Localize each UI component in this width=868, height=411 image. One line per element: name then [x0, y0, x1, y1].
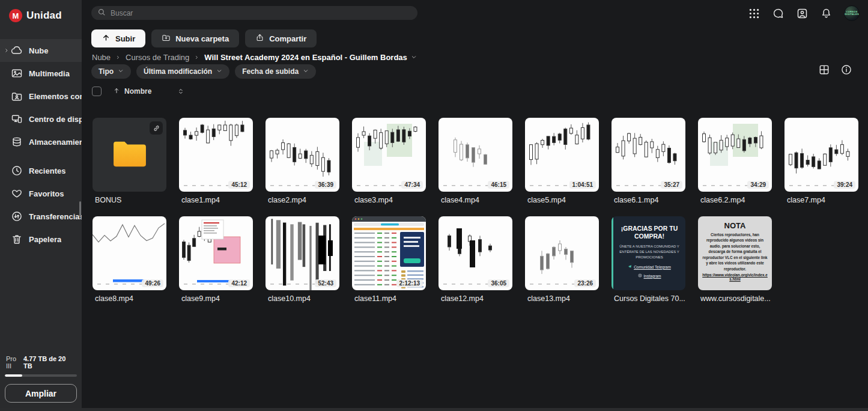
- contacts-icon[interactable]: [796, 7, 809, 20]
- file-card-cursos-digitales-70[interactable]: ¡GRACIAS POR TU COMPRA!ÚNETE A NUESTRA C…: [612, 216, 685, 303]
- file-thumbnail: ¡GRACIAS POR TU COMPRA!ÚNETE A NUESTRA C…: [612, 216, 685, 290]
- duration-badge: 34:29: [747, 181, 769, 189]
- breadcrumb-current[interactable]: Will Street Academy 2024 en Español - Gu…: [204, 53, 417, 62]
- new-folder-button-label: Nueva carpeta: [175, 34, 229, 43]
- file-name: clase3.mp4: [352, 196, 426, 204]
- sort-by-name[interactable]: Nombre: [113, 86, 151, 97]
- file-name: clase6.2.mp4: [698, 196, 772, 204]
- chat-icon[interactable]: [772, 7, 785, 20]
- shared-folder-icon: [11, 90, 23, 102]
- filter-tipo[interactable]: Tipo: [91, 64, 131, 79]
- chevron-right-icon[interactable]: [2, 47, 10, 53]
- storage-widget: Pro III 4.77 TB de 20 TB Ampliar: [0, 355, 82, 403]
- sidebar-item-nube[interactable]: Nube: [0, 39, 82, 62]
- sort-toggle-icon[interactable]: [177, 87, 184, 96]
- folder-icon: [111, 139, 148, 171]
- upload-button[interactable]: Subir: [91, 29, 145, 47]
- avatar[interactable]: CURSOSDIGITALES: [844, 5, 860, 21]
- thanks-thumbnail: ¡GRACIAS POR TU COMPRA!ÚNETE A NUESTRA C…: [612, 216, 685, 290]
- storage-icon: [11, 136, 23, 148]
- file-card-clase5-mp4[interactable]: 1:04:51 clase5.mp4: [525, 118, 599, 204]
- file-card-clase7-mp4[interactable]: 39:24 clase7.mp4: [785, 118, 858, 204]
- filter-bar: TipoÚltima modificaciónFecha de subida: [91, 64, 316, 79]
- file-card-clase4-mp4[interactable]: 46:15 clase4.mp4: [439, 118, 512, 204]
- search-input[interactable]: [111, 9, 411, 17]
- sidebar-item-elementos-compartidos[interactable]: Elementos compartidos: [0, 85, 82, 108]
- chevron-down-icon: [411, 53, 417, 62]
- breadcrumb-item-cursos-de-trading[interactable]: Cursos de Trading: [126, 53, 189, 62]
- sidebar-item-almacenamiento[interactable]: Almacenamiento: [0, 130, 82, 153]
- chevron-down-icon: [216, 67, 222, 76]
- file-name: clase6.1.mp4: [612, 196, 685, 204]
- duration-badge: 47:34: [401, 181, 423, 189]
- file-thumbnail: 36:05: [439, 216, 512, 290]
- file-card-clase13-mp4[interactable]: 23:26 clase13.mp4: [525, 216, 599, 303]
- topbar: CURSOSDIGITALES: [82, 0, 868, 26]
- sidebar-scrollbar[interactable]: [79, 201, 81, 217]
- upgrade-button[interactable]: Ampliar: [5, 384, 77, 403]
- storage-usage: 4.77 TB de 20 TB: [23, 355, 76, 370]
- file-name: clase5.mp4: [525, 196, 599, 204]
- file-thumbnail: 34:29: [698, 118, 772, 192]
- filter-fecha-de-subida[interactable]: Fecha de subida: [235, 64, 316, 79]
- upload-button-label: Subir: [115, 34, 135, 43]
- filter-ltima-modificaci-n[interactable]: Última modificación: [136, 64, 229, 79]
- search-bar[interactable]: [91, 6, 417, 20]
- file-card-www-cursosdigitale[interactable]: NOTACiertos reproductores, han reproduci…: [698, 216, 772, 303]
- trash-icon: [11, 233, 23, 245]
- sidebar-item-favoritos[interactable]: Favoritos: [0, 182, 82, 205]
- file-card-clase8-mp4[interactable]: 49:26 clase8.mp4: [93, 216, 166, 303]
- sidebar-item-papelera[interactable]: Papelera: [0, 228, 82, 251]
- apps-grid-icon[interactable]: [748, 7, 760, 20]
- info-icon[interactable]: [840, 64, 852, 76]
- file-card-clase2-mp4[interactable]: 36:39 clase2.mp4: [266, 118, 339, 204]
- file-card-clase12-mp4[interactable]: 36:05 clase12.mp4: [439, 216, 512, 303]
- grid-view-icon[interactable]: [818, 64, 830, 76]
- breadcrumb: NubeCursos de TradingWill Street Academy…: [92, 53, 417, 62]
- chevron-down-icon: [303, 67, 309, 76]
- file-card-clase6-2-mp4[interactable]: 34:29 clase6.2.mp4: [698, 118, 772, 204]
- file-name: clase11.mp4: [352, 294, 426, 303]
- file-name: clase2.mp4: [266, 196, 339, 204]
- brand-logo[interactable]: M Unidad: [0, 0, 82, 22]
- new-folder-button[interactable]: Nueva carpeta: [151, 29, 239, 47]
- select-all-checkbox[interactable]: [92, 87, 102, 96]
- breadcrumb-current-label: Will Street Academy 2024 en Español - Gu…: [204, 53, 407, 62]
- sidebar-item-transferencias[interactable]: Transferencias: [0, 205, 82, 228]
- file-card-clase3-mp4[interactable]: 47:34 clase3.mp4: [352, 118, 426, 204]
- telegram-icon: [628, 264, 632, 269]
- file-card-clase11-mp4[interactable]: 2:12:13 clase11.mp4: [352, 216, 426, 303]
- share-icon: [255, 33, 264, 44]
- file-card-clase1-mp4[interactable]: 45:12 clase1.mp4: [179, 118, 253, 204]
- duration-badge: 1:04:51: [569, 181, 596, 189]
- notifications-bell-icon[interactable]: [820, 7, 833, 20]
- file-thumbnail: 23:26: [525, 216, 599, 290]
- storage-progress: [5, 374, 77, 377]
- file-card-clase9-mp4[interactable]: 42:12 clase9.mp4: [179, 216, 253, 303]
- file-card-bonus[interactable]: BONUS: [93, 118, 166, 204]
- duration-badge: 46:15: [488, 181, 509, 189]
- duration-badge: 42:12: [228, 279, 250, 287]
- share-button-label: Compartir: [269, 34, 306, 43]
- file-name: BONUS: [93, 196, 166, 204]
- file-name: clase12.mp4: [439, 294, 512, 303]
- breadcrumb-item-nube[interactable]: Nube: [92, 53, 111, 62]
- file-thumbnail: 2:12:13: [352, 216, 426, 290]
- search-icon: [97, 8, 106, 19]
- file-card-clase10-mp4[interactable]: 52:43 clase10.mp4: [266, 216, 339, 303]
- file-grid: BONUS 45:12 clase1.mp4 36:39 clase2.mp4 …: [93, 118, 858, 303]
- image-icon: [11, 67, 23, 79]
- devices-icon: [11, 113, 23, 125]
- toolbar: Subir Nueva carpeta Compartir: [91, 29, 317, 47]
- sidebar-item-centro-de-dispositivos[interactable]: Centro de dispositivos: [0, 108, 82, 130]
- duration-badge: 2:12:13: [396, 279, 423, 287]
- file-thumbnail: 1:04:51: [525, 118, 599, 192]
- file-card-clase6-1-mp4[interactable]: 35:27 clase6.1.mp4: [612, 118, 685, 204]
- sidebar-item-recientes[interactable]: Recientes: [0, 159, 82, 182]
- sidebar-item-multimedia[interactable]: Multimedia: [0, 62, 82, 85]
- share-button[interactable]: Compartir: [245, 29, 317, 47]
- new-folder-icon: [162, 33, 171, 44]
- file-name: clase7.mp4: [785, 196, 858, 204]
- duration-badge: 49:26: [142, 279, 163, 287]
- file-thumbnail: 52:43: [266, 216, 339, 290]
